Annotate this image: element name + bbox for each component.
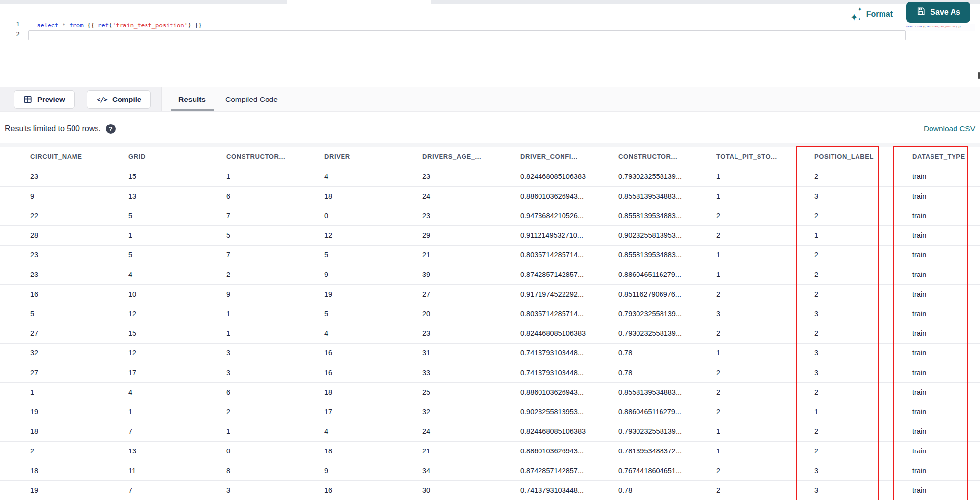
cell: 4 [294,422,392,441]
cell: 1 [686,441,784,461]
cell: 39 [392,265,490,284]
tab-results[interactable]: Results [171,87,214,111]
cell: train [882,402,980,422]
cell: 3 [784,343,882,363]
cell: 7 [98,480,196,500]
cell: 18 [294,186,392,206]
cell: 0.8558139534883... [588,382,686,402]
cell: 0.8035714285714... [490,245,588,265]
active-file-tab[interactable] [287,0,431,4]
column-header: DRIVERS_AGE_... [392,147,490,167]
cell: 31 [392,343,490,363]
cell: 3 [784,461,882,480]
cell: 2 [784,422,882,441]
cell: 0.8558139534883... [588,206,686,225]
cell: 0.8558139534883... [588,186,686,206]
cell: 11 [98,461,196,480]
help-icon[interactable]: ? [106,124,116,134]
cell: 2 [686,402,784,422]
cell: 3 [196,343,294,363]
cell: 1 [196,324,294,343]
cell: 16 [294,363,392,382]
cell: 5 [294,304,392,324]
cell: 4 [98,265,196,284]
cell: 18 [0,422,98,441]
cell: 3 [784,186,882,206]
cell: 0.8035714285714... [490,304,588,324]
cell: 0.7413793103448... [490,363,588,382]
cell: train [882,461,980,480]
sparkles-icon: ✦✦✦ [851,9,862,20]
cell: 0.824468085106383 [490,324,588,343]
table-row: 197316300.7413793103448...0.7823train [0,480,980,500]
cell: 10 [98,284,196,304]
cell: 34 [392,461,490,480]
cell: 2 [686,461,784,480]
cell: 5 [98,245,196,265]
cell: 0.9473684210526... [490,206,588,225]
table-body: 231514230.8244680851063830.7930232558139… [0,167,980,500]
cell: 17 [98,363,196,382]
cell: 1 [98,225,196,245]
compile-button[interactable]: </> Compile [87,90,151,109]
cell: 9 [294,461,392,480]
cell: 23 [392,167,490,186]
cell: 7 [98,422,196,441]
cell: 0.7674418604651... [588,461,686,480]
cell: 1 [686,186,784,206]
cell: train [882,225,980,245]
table-row: 14618250.8860103626943...0.8558139534883… [0,382,980,402]
cell: train [882,186,980,206]
preview-button-label: Preview [37,95,65,103]
save-as-button-label: Save As [930,8,960,17]
cell: 1 [686,343,784,363]
table-row: 181189340.8742857142857...0.767441860465… [0,461,980,480]
cell: 23 [0,167,98,186]
table-row: 23429390.8742857142857...0.8860465116279… [0,265,980,284]
cell: train [882,167,980,186]
cell: 2 [784,324,882,343]
sql-editor[interactable]: 1 2 select * from {{ ref('train_test_pos… [0,4,980,87]
results-table: CIRCUIT_NAMEGRIDCONSTRUCTOR...DRIVERDRIV… [0,147,980,500]
cell: 2 [196,402,294,422]
download-csv-link[interactable]: Download CSV [924,125,975,133]
cell: 4 [294,167,392,186]
cell: 0.7413793103448... [490,480,588,500]
save-as-button[interactable]: Save As [906,2,970,23]
cell: 1 [196,304,294,324]
cell: 1 [686,167,784,186]
column-header: POSITION_LABEL [784,147,882,167]
cell: 1 [686,422,784,441]
cell: 4 [294,324,392,343]
cell: 3 [686,304,784,324]
cell: 5 [294,245,392,265]
cell: 2 [686,324,784,343]
cell: train [882,382,980,402]
cell: train [882,265,980,284]
results-toolbar: Preview </> Compile Results Compiled Cod… [0,87,980,112]
cell: 23 [0,245,98,265]
table-row: 1610919270.9171974522292...0.85116279069… [0,284,980,304]
cell: 0.8860465116279... [588,265,686,284]
table-row: 191217320.9023255813953...0.886046511627… [0,402,980,422]
table-top-strip [0,143,980,147]
cell: 0.8558139534883... [588,245,686,265]
preview-button[interactable]: Preview [14,90,75,109]
cell: 28 [0,225,98,245]
editor-scrollbar-thumb[interactable] [978,72,980,79]
cell: 19 [0,402,98,422]
cell: 1 [0,382,98,402]
cell: train [882,304,980,324]
format-button[interactable]: ✦✦✦ Format [851,5,893,23]
cell: 15 [98,167,196,186]
cell: 25 [392,382,490,402]
cell: train [882,284,980,304]
cell: 16 [0,284,98,304]
cell: 2 [686,480,784,500]
save-icon [916,7,925,18]
cell: 2 [784,284,882,304]
cell: 12 [294,225,392,245]
editor-minimap[interactable]: select * from {{ ref('train_test_positio… [906,24,975,31]
cell: 27 [0,324,98,343]
tab-compiled-code[interactable]: Compiled Code [218,87,286,111]
